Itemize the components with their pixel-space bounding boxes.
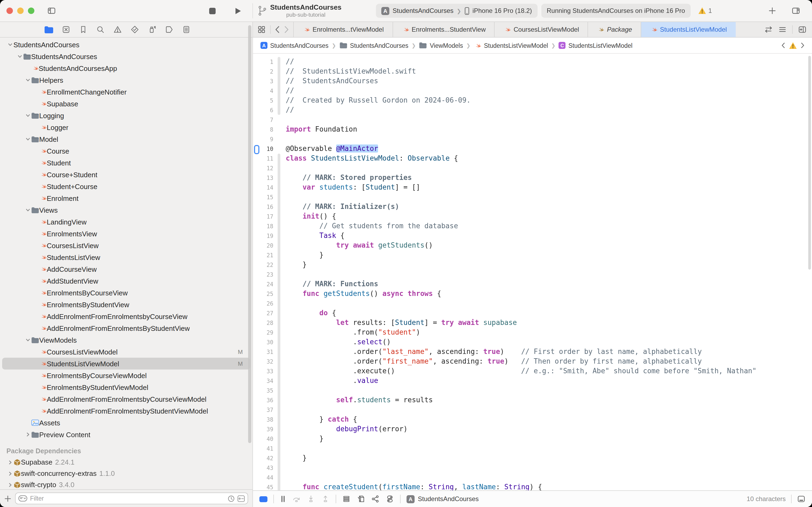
line-number[interactable]: 3 [253,78,276,84]
related-items-button[interactable] [257,25,266,34]
toggle-right-inspector-button[interactable] [792,0,800,21]
line-number[interactable]: 12 [253,165,276,171]
source-code-editor[interactable]: 1//2// StudentsListViewModel.swift3// St… [253,54,812,490]
report-navigator-tab[interactable] [181,25,191,34]
line-number[interactable]: 6 [253,107,276,113]
warning-count-badge[interactable]: 1 [698,0,712,21]
editor-tab-enrolments-studentview[interactable]: Enrolments...StudentView [393,22,495,37]
code-line-31[interactable]: 31 .order("last_name", ascending: true) … [253,347,812,357]
code-line-22[interactable]: 22 } [253,260,812,270]
breakpoints-toggle-button[interactable] [259,496,268,502]
code-line-40[interactable]: 40 } [253,434,812,444]
disclosure-chevron-icon[interactable] [16,54,23,59]
breakpoint-navigator-tab[interactable] [164,25,174,34]
next-issue-button[interactable] [801,43,805,48]
code-line-38[interactable]: 38 } catch { [253,415,812,424]
tree-row-enrolmentsview[interactable]: EnrolmentsView [2,228,250,239]
code-line-36[interactable]: 36 self.students = results [253,395,812,405]
tree-row-enrollmentchangenotifier[interactable]: EnrollmentChangeNotifier [2,86,250,98]
code-line-13[interactable]: 13 // MARK: Stored properties [253,173,812,183]
tree-row-views[interactable]: Views [2,204,250,216]
environment-overrides-button[interactable] [386,495,394,503]
disclosure-chevron-icon[interactable] [24,207,31,213]
package-row-swift-concurrency-extras[interactable]: swift-concurrency-extras1.1.0 [2,468,250,479]
line-number[interactable]: 20 [253,242,276,249]
recent-files-button[interactable] [228,495,235,502]
activity-status[interactable]: Running StudentsAndCourses on iPhone 16 … [541,4,690,18]
tree-row-landingview[interactable]: LandingView [2,216,250,228]
code-line-23[interactable]: 23 [253,270,812,279]
filter-field[interactable]: Filter [15,493,248,504]
line-number[interactable]: 38 [253,416,276,423]
code-line-32[interactable]: 32 .order("first_name", ascending: true)… [253,357,812,366]
code-line-10[interactable]: 10@Observable @MainActor [253,144,812,154]
code-line-25[interactable]: 25 func getStudents() async throws { [253,289,812,299]
line-number[interactable]: 42 [253,455,276,461]
step-into-button[interactable] [307,495,315,503]
tree-row-enrolmentsbycourseview[interactable]: EnrolmentsByCourseView [2,287,250,299]
jumpbar-item[interactable]: CStudentsListViewModel [559,42,633,49]
tree-row-logger[interactable]: Logger [2,121,250,133]
line-number[interactable]: 24 [253,281,276,287]
line-number[interactable]: 9 [253,136,276,142]
line-number[interactable]: 39 [253,426,276,432]
code-line-7[interactable]: 7 [253,115,812,125]
jumpbar-item[interactable]: StudentsAndCourses [339,42,408,49]
code-line-27[interactable]: 27 do { [253,308,812,318]
tree-row-addenrolmentfromenrolmentsbystudentviewmodel[interactable]: AddEnrolmentFromEnrolmentsbyStudentViewM… [2,405,250,417]
line-number[interactable]: 15 [253,194,276,200]
tree-row-student-course[interactable]: Student+Course [2,180,250,192]
test-navigator-tab[interactable] [130,25,139,34]
line-number[interactable]: 40 [253,436,276,442]
line-number[interactable]: 16 [253,204,276,210]
line-number[interactable]: 29 [253,329,276,336]
code-line-19[interactable]: 19 Task { [253,231,812,241]
code-line-26[interactable]: 26 [253,299,812,308]
code-line-34[interactable]: 34 .value [253,376,812,386]
disclosure-chevron-icon[interactable] [24,432,31,437]
code-line-37[interactable]: 37 [253,405,812,415]
find-navigator-tab[interactable] [96,25,105,34]
code-line-33[interactable]: 33 .execute() // e.g.: "Smith, Abe" shou… [253,366,812,376]
code-line-2[interactable]: 2// StudentsListViewModel.swift [253,67,812,76]
jumpbar-item[interactable]: AStudentsAndCourses [260,42,329,49]
new-tab-button[interactable] [768,0,776,21]
code-line-17[interactable]: 17 init() { [253,212,812,221]
line-number[interactable]: 19 [253,233,276,239]
tree-row-assets[interactable]: Assets [2,417,250,429]
tree-row-addenrolmentfromenrolmentsbycourseviewmodel[interactable]: AddEnrolmentFromEnrolmentsbyCourseViewMo… [2,393,250,405]
run-button[interactable] [234,0,242,21]
tree-row-studentslistview[interactable]: StudentsListView [2,251,250,263]
tree-row-viewmodels[interactable]: ViewModels [2,334,250,346]
code-line-14[interactable]: 14 var students: [Student] = [] [253,183,812,192]
tree-row-studentsandcourses[interactable]: StudentsAndCourses [2,51,250,62]
minimize-window-button[interactable] [17,7,23,14]
editor-tab-package[interactable]: Package [588,22,641,37]
line-number[interactable]: 35 [253,387,276,394]
line-number[interactable]: 36 [253,397,276,403]
line-number[interactable]: 34 [253,378,276,384]
code-line-18[interactable]: 18 // Get students from the database [253,221,812,231]
line-number[interactable]: 1 [253,59,276,65]
scheme-selector[interactable]: A StudentsAndCourses ❯ iPhone 16 Pro (18… [376,4,537,18]
disclosure-chevron-icon[interactable] [24,136,31,142]
editor-tab-enrolments-tviewmodel[interactable]: Enrolments...tViewModel [293,22,393,37]
tree-row-preview-content[interactable]: Preview Content [2,429,250,440]
tree-row-addcourseview[interactable]: AddCourseView [2,263,250,275]
step-over-button[interactable] [292,495,301,503]
process-graph-button[interactable] [371,495,380,503]
tree-row-student[interactable]: Student [2,157,250,169]
line-number[interactable]: 27 [253,310,276,316]
line-number[interactable]: 44 [253,474,276,481]
tree-row-studentsandcoursesapp[interactable]: StudentsAndCoursesApp [2,62,250,74]
minimap-options-button[interactable] [778,25,787,34]
line-number[interactable]: 7 [253,117,276,123]
line-number[interactable]: 11 [253,155,276,162]
running-app-label[interactable]: A StudentsAndCourses [407,495,479,503]
code-line-43[interactable]: 43 [253,463,812,472]
code-line-20[interactable]: 20 try await getStudents() [253,241,812,250]
code-line-44[interactable]: 44 [253,472,812,482]
code-line-15[interactable]: 15 [253,192,812,202]
code-line-4[interactable]: 4// [253,86,812,96]
stop-button[interactable] [209,0,217,21]
